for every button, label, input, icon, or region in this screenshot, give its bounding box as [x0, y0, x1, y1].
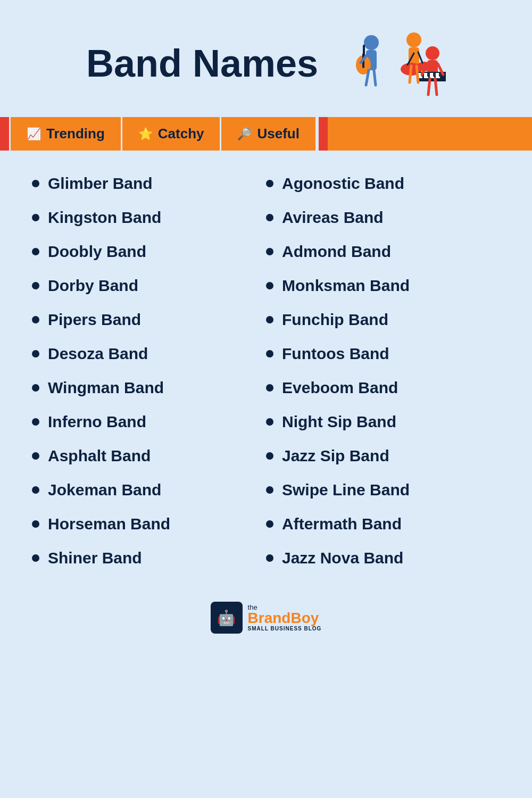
svg-line-27 — [410, 66, 411, 82]
bullet-icon — [32, 486, 39, 494]
list-item: Kingston Band — [32, 201, 266, 235]
band-name-right-10: Aftermath Band — [282, 514, 402, 534]
band-name-right-3: Monksman Band — [282, 276, 410, 295]
list-item: Doobly Band — [32, 235, 266, 269]
list-item: Funtoos Band — [266, 337, 500, 371]
list-item: Inferno Band — [32, 405, 266, 439]
list-item: Shiner Band — [32, 541, 266, 575]
band-name-left-11: Shiner Band — [48, 548, 142, 568]
band-name-right-11: Jazz Nova Band — [282, 548, 403, 568]
list-item: Pipers Band — [32, 303, 266, 337]
band-name-left-6: Wingman Band — [48, 378, 164, 397]
band-name-right-8: Jazz Sip Band — [282, 446, 389, 466]
logo-brand-plain: Brand — [248, 610, 291, 626]
bullet-icon — [32, 554, 39, 562]
list-item: Aftermath Band — [266, 507, 500, 541]
band-name-right-0: Agonostic Band — [282, 174, 404, 193]
band-name-right-6: Eveboom Band — [282, 378, 398, 397]
band-name-left-9: Jokeman Band — [48, 480, 161, 500]
logo-brandboy: BrandBoy — [248, 611, 319, 626]
svg-line-29 — [428, 79, 430, 95]
useful-icon: 🔎 — [237, 127, 252, 141]
band-name-left-0: Glimber Band — [48, 174, 153, 193]
bullet-icon — [266, 282, 273, 289]
band-name-left-2: Doobly Band — [48, 242, 146, 261]
bullet-icon — [266, 520, 273, 528]
list-item: Admond Band — [266, 235, 500, 269]
band-svg — [329, 21, 446, 106]
svg-rect-10 — [363, 45, 365, 56]
list-item: Asphalt Band — [32, 439, 266, 473]
band-name-right-4: Funchip Band — [282, 310, 388, 329]
bullet-icon — [32, 316, 39, 323]
trending-icon: 📈 — [27, 127, 41, 141]
svg-rect-21 — [433, 73, 436, 77]
svg-line-28 — [417, 66, 418, 82]
band-name-right-2: Admond Band — [282, 242, 391, 261]
list-item: Night Sip Band — [266, 405, 500, 439]
bullet-icon — [266, 384, 273, 392]
svg-point-6 — [364, 35, 379, 50]
list-item: Avireas Band — [266, 201, 500, 235]
logo-icon: 🤖 — [211, 602, 243, 634]
band-name-left-8: Asphalt Band — [48, 446, 151, 466]
svg-line-30 — [435, 79, 437, 95]
band-name-left-7: Inferno Band — [48, 412, 146, 431]
bullet-icon — [32, 180, 39, 187]
band-name-left-5: Desoza Band — [48, 344, 148, 363]
band-name-right-5: Funtoos Band — [282, 344, 389, 363]
bullet-icon — [32, 384, 39, 392]
list-item: Horseman Band — [32, 507, 266, 541]
band-name-left-3: Dorby Band — [48, 276, 138, 295]
list-item: Jazz Sip Band — [266, 439, 500, 473]
bullet-icon — [32, 350, 39, 358]
bullet-icon — [32, 248, 39, 255]
svg-rect-20 — [427, 73, 430, 77]
bullet-icon — [266, 316, 273, 323]
bullet-icon — [32, 452, 39, 460]
list-item: Desoza Band — [32, 337, 266, 371]
header: Band Names — [0, 0, 532, 117]
list-item: Monksman Band — [266, 269, 500, 303]
bullet-icon — [266, 248, 273, 255]
tab-catchy-label: Catchy — [158, 126, 204, 142]
band-name-left-4: Pipers Band — [48, 310, 141, 329]
list-item: Jazz Nova Band — [266, 541, 500, 575]
bullet-icon — [266, 554, 273, 562]
band-illustration — [329, 21, 446, 106]
bullet-icon — [32, 520, 39, 528]
page-wrapper: Band Names — [0, 0, 532, 798]
svg-line-26 — [374, 70, 376, 85]
list-item: Agonostic Band — [266, 167, 500, 201]
bullet-icon — [32, 214, 39, 221]
list-item: Wingman Band — [32, 371, 266, 405]
bullet-icon — [266, 486, 273, 494]
footer-logo: 🤖 the BrandBoy SMALL BUSINESS BLOG — [211, 602, 322, 634]
logo-text: the BrandBoy SMALL BUSINESS BLOG — [248, 604, 322, 631]
nav-tabs: 📈 Trending ⭐ Catchy 🔎 Useful — [0, 117, 532, 151]
bullet-icon — [266, 214, 273, 221]
catchy-icon: ⭐ — [138, 127, 153, 141]
list-item: Funchip Band — [266, 303, 500, 337]
list-item: Glimber Band — [32, 167, 266, 201]
page-title: Band Names — [86, 43, 318, 85]
list-item: Swipe Line Band — [266, 473, 500, 507]
bullet-icon — [32, 418, 39, 426]
bullet-icon — [266, 350, 273, 358]
band-list-section: Glimber Band Kingston Band Doobly Band D… — [0, 151, 532, 586]
svg-point-12 — [426, 46, 439, 60]
tab-trending[interactable]: 📈 Trending — [11, 117, 122, 151]
band-name-left-10: Horseman Band — [48, 514, 170, 534]
tab-catchy[interactable]: ⭐ Catchy — [122, 117, 222, 151]
band-name-left-1: Kingston Band — [48, 208, 161, 227]
logo-boy-accent: Boy — [290, 610, 319, 626]
tab-useful[interactable]: 🔎 Useful — [221, 117, 317, 151]
left-column: Glimber Band Kingston Band Doobly Band D… — [32, 167, 266, 575]
tab-useful-label: Useful — [257, 126, 299, 142]
bullet-icon — [32, 282, 39, 289]
list-item: Jokeman Band — [32, 473, 266, 507]
list-item: Eveboom Band — [266, 371, 500, 405]
band-name-right-9: Swipe Line Band — [282, 480, 410, 500]
bullet-icon — [266, 418, 273, 426]
logo-subtitle: SMALL BUSINESS BLOG — [248, 626, 322, 631]
